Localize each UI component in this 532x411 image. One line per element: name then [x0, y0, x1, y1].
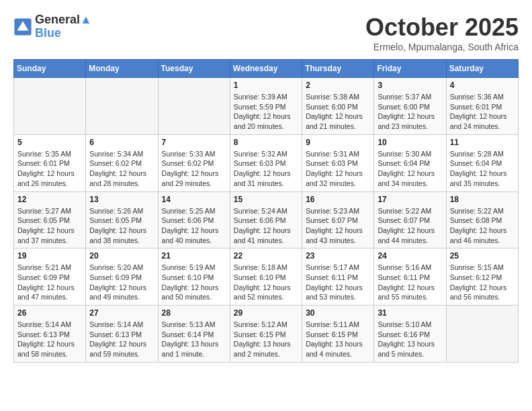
month-title: October 2025 [365, 13, 519, 42]
calendar-week-2: 5Sunrise: 5:35 AMSunset: 6:01 PMDaylight… [14, 134, 519, 191]
day-number: 16 [306, 195, 370, 204]
day-info: Sunrise: 5:17 AMSunset: 6:11 PMDaylight:… [306, 263, 370, 302]
day-info: Sunrise: 5:37 AMSunset: 6:00 PMDaylight:… [378, 92, 442, 132]
day-number: 20 [89, 251, 154, 261]
calendar-cell: 26Sunrise: 5:14 AMSunset: 6:13 PMDayligh… [14, 306, 86, 363]
day-number: 8 [234, 138, 298, 147]
calendar-header-wednesday: Wednesday [230, 60, 302, 78]
calendar-cell: 31Sunrise: 5:10 AMSunset: 6:16 PMDayligh… [374, 306, 446, 363]
day-number: 15 [234, 195, 298, 204]
day-number: 23 [306, 251, 370, 261]
calendar-cell: 6Sunrise: 5:34 AMSunset: 6:02 PMDaylight… [86, 134, 158, 191]
calendar-header-saturday: Saturday [446, 60, 518, 78]
day-info: Sunrise: 5:35 AMSunset: 6:01 PMDaylight:… [17, 149, 82, 189]
calendar-cell: 17Sunrise: 5:22 AMSunset: 6:07 PMDayligh… [374, 191, 446, 248]
calendar-cell: 21Sunrise: 5:19 AMSunset: 6:10 PMDayligh… [158, 248, 230, 306]
calendar-cell: 19Sunrise: 5:21 AMSunset: 6:09 PMDayligh… [14, 248, 86, 306]
day-info: Sunrise: 5:15 AMSunset: 6:12 PMDaylight:… [450, 263, 515, 302]
calendar-cell: 12Sunrise: 5:27 AMSunset: 6:05 PMDayligh… [14, 191, 86, 248]
day-number: 26 [17, 308, 82, 318]
calendar-week-3: 12Sunrise: 5:27 AMSunset: 6:05 PMDayligh… [14, 191, 519, 248]
calendar-cell: 7Sunrise: 5:33 AMSunset: 6:02 PMDaylight… [158, 134, 230, 191]
day-info: Sunrise: 5:22 AMSunset: 6:07 PMDaylight:… [378, 206, 442, 246]
day-info: Sunrise: 5:11 AMSunset: 6:15 PMDaylight:… [306, 320, 370, 359]
calendar-cell: 3Sunrise: 5:37 AMSunset: 6:00 PMDaylight… [374, 78, 446, 135]
day-info: Sunrise: 5:24 AMSunset: 6:06 PMDaylight:… [234, 206, 298, 246]
day-number: 27 [89, 308, 154, 318]
calendar-cell: 27Sunrise: 5:14 AMSunset: 6:13 PMDayligh… [86, 306, 158, 363]
calendar-week-1: 1Sunrise: 5:39 AMSunset: 5:59 PMDaylight… [14, 78, 519, 135]
calendar-cell: 13Sunrise: 5:26 AMSunset: 6:05 PMDayligh… [86, 191, 158, 248]
day-info: Sunrise: 5:26 AMSunset: 6:05 PMDaylight:… [89, 206, 154, 246]
day-info: Sunrise: 5:10 AMSunset: 6:16 PMDaylight:… [378, 320, 442, 359]
title-block: October 2025 Ermelo, Mpumalanga, South A… [365, 13, 519, 52]
day-number: 25 [450, 251, 515, 261]
day-info: Sunrise: 5:14 AMSunset: 6:13 PMDaylight:… [89, 320, 154, 359]
day-number: 24 [378, 251, 442, 261]
day-info: Sunrise: 5:25 AMSunset: 6:06 PMDaylight:… [162, 206, 226, 246]
calendar-header-tuesday: Tuesday [158, 60, 230, 78]
calendar-cell: 2Sunrise: 5:38 AMSunset: 6:00 PMDaylight… [302, 78, 374, 135]
calendar-header-thursday: Thursday [302, 60, 374, 78]
calendar-cell: 23Sunrise: 5:17 AMSunset: 6:11 PMDayligh… [302, 248, 374, 306]
calendar-body: 1Sunrise: 5:39 AMSunset: 5:59 PMDaylight… [14, 78, 519, 363]
day-number: 31 [378, 308, 442, 318]
calendar-header-monday: Monday [86, 60, 158, 78]
location-subtitle: Ermelo, Mpumalanga, South Africa [365, 42, 519, 52]
logo-text: General▲ Blue [35, 13, 92, 40]
calendar-cell: 29Sunrise: 5:12 AMSunset: 6:15 PMDayligh… [230, 306, 302, 363]
calendar-cell [446, 306, 518, 363]
day-number: 18 [450, 195, 515, 204]
day-number: 19 [17, 251, 82, 261]
day-number: 21 [162, 251, 226, 261]
calendar-cell [158, 78, 230, 135]
day-info: Sunrise: 5:32 AMSunset: 6:03 PMDaylight:… [234, 149, 298, 189]
calendar-cell: 9Sunrise: 5:31 AMSunset: 6:03 PMDaylight… [302, 134, 374, 191]
calendar-cell: 4Sunrise: 5:36 AMSunset: 6:01 PMDaylight… [446, 78, 518, 135]
calendar-week-5: 26Sunrise: 5:14 AMSunset: 6:13 PMDayligh… [14, 306, 519, 363]
day-number: 6 [89, 138, 154, 147]
day-number: 9 [306, 138, 370, 147]
day-number: 3 [378, 81, 442, 90]
day-info: Sunrise: 5:16 AMSunset: 6:11 PMDaylight:… [378, 263, 442, 302]
calendar-cell: 5Sunrise: 5:35 AMSunset: 6:01 PMDaylight… [14, 134, 86, 191]
day-number: 7 [162, 138, 226, 147]
day-info: Sunrise: 5:13 AMSunset: 6:14 PMDaylight:… [162, 320, 226, 359]
day-info: Sunrise: 5:27 AMSunset: 6:05 PMDaylight:… [17, 206, 82, 246]
logo: General▲ Blue [13, 13, 92, 40]
calendar-week-4: 19Sunrise: 5:21 AMSunset: 6:09 PMDayligh… [14, 248, 519, 306]
calendar-header-sunday: Sunday [14, 60, 86, 78]
day-info: Sunrise: 5:21 AMSunset: 6:09 PMDaylight:… [17, 263, 82, 302]
calendar-header-friday: Friday [374, 60, 446, 78]
calendar-cell: 11Sunrise: 5:28 AMSunset: 6:04 PMDayligh… [446, 134, 518, 191]
calendar-cell: 8Sunrise: 5:32 AMSunset: 6:03 PMDaylight… [230, 134, 302, 191]
day-number: 5 [17, 138, 82, 147]
day-number: 17 [378, 195, 442, 204]
calendar-cell [14, 78, 86, 135]
day-number: 4 [450, 81, 515, 90]
day-info: Sunrise: 5:12 AMSunset: 6:15 PMDaylight:… [234, 320, 298, 359]
calendar-cell: 22Sunrise: 5:18 AMSunset: 6:10 PMDayligh… [230, 248, 302, 306]
day-info: Sunrise: 5:18 AMSunset: 6:10 PMDaylight:… [234, 263, 298, 302]
day-info: Sunrise: 5:30 AMSunset: 6:04 PMDaylight:… [378, 149, 442, 189]
day-number: 28 [162, 308, 226, 318]
calendar-cell: 18Sunrise: 5:22 AMSunset: 6:08 PMDayligh… [446, 191, 518, 248]
day-info: Sunrise: 5:38 AMSunset: 6:00 PMDaylight:… [306, 92, 370, 132]
day-number: 13 [89, 195, 154, 204]
day-info: Sunrise: 5:33 AMSunset: 6:02 PMDaylight:… [162, 149, 226, 189]
calendar-cell: 28Sunrise: 5:13 AMSunset: 6:14 PMDayligh… [158, 306, 230, 363]
calendar-cell: 30Sunrise: 5:11 AMSunset: 6:15 PMDayligh… [302, 306, 374, 363]
day-info: Sunrise: 5:28 AMSunset: 6:04 PMDaylight:… [450, 149, 515, 189]
day-number: 22 [234, 251, 298, 261]
calendar-cell [86, 78, 158, 135]
calendar-cell: 25Sunrise: 5:15 AMSunset: 6:12 PMDayligh… [446, 248, 518, 306]
day-info: Sunrise: 5:34 AMSunset: 6:02 PMDaylight:… [89, 149, 154, 189]
day-info: Sunrise: 5:22 AMSunset: 6:08 PMDaylight:… [450, 206, 515, 246]
day-info: Sunrise: 5:14 AMSunset: 6:13 PMDaylight:… [17, 320, 82, 359]
day-info: Sunrise: 5:36 AMSunset: 6:01 PMDaylight:… [450, 92, 515, 132]
day-number: 14 [162, 195, 226, 204]
day-info: Sunrise: 5:39 AMSunset: 5:59 PMDaylight:… [234, 92, 298, 132]
day-number: 12 [17, 195, 82, 204]
day-number: 30 [306, 308, 370, 318]
calendar-cell: 20Sunrise: 5:20 AMSunset: 6:09 PMDayligh… [86, 248, 158, 306]
